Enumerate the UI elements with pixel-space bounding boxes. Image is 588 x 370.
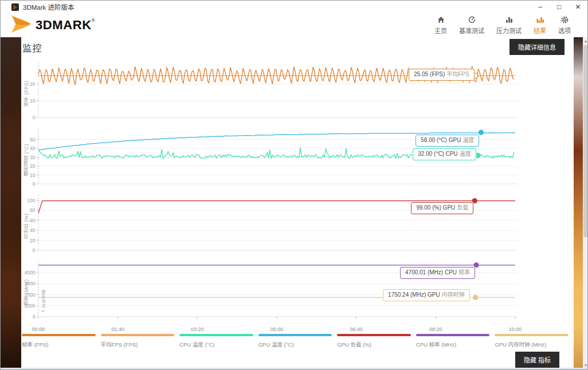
chart-gpu-load: 020406080100百分比 (%)99.00 (%) GPU负载 — [21, 193, 574, 259]
legend-item: GPU 温度 (°C) — [258, 334, 332, 352]
app-logo-icon — [11, 3, 19, 11]
annotation-badge: 4700.01 (MHz) CPU频率 — [400, 267, 475, 279]
nav-item-results-bars[interactable]: 结果 — [534, 15, 546, 35]
y-tick-label: 40 — [30, 227, 36, 233]
brand-logo: 3DMARK® — [10, 14, 95, 36]
legend-label: 帧率 (FPS) — [22, 340, 96, 348]
chart-plot-fps: 01020 — [21, 60, 574, 127]
y-tick-label: 60 — [30, 218, 36, 223]
benchmark-gauge-icon — [468, 15, 476, 24]
results-bars-icon — [536, 15, 544, 24]
legend: 帧率 (FPS)平均FPS (FPS)CPU 温度 (°C)GPU 温度 (°C… — [21, 334, 574, 352]
chart-plot-frequency: 01000200030004000 — [21, 259, 574, 326]
legend-label: GPU 内存时钟 (MHz) — [495, 340, 569, 348]
nav-item-label: 主页 — [434, 26, 447, 35]
legend-color-bar — [258, 334, 332, 336]
window-bottom-edge — [1, 368, 587, 369]
x-tick-label: 00:00 — [32, 326, 45, 332]
legend-item: 平均FPS (FPS) — [101, 334, 175, 352]
nav-item-stress-test-bars[interactable]: 压力测试 — [496, 15, 522, 35]
legend-color-bar — [337, 334, 411, 336]
legend-item: CPU 温度 (°C) — [179, 334, 253, 352]
hide-metrics-button[interactable]: 隐藏 指标 — [515, 352, 559, 368]
y-tick-label: 50 — [30, 137, 36, 143]
title-bar: 3DMark 进阶版本 – □ ✕ — [1, 1, 587, 13]
flame-logo-icon — [10, 14, 34, 36]
monitoring-panel: 监控 隐藏详细信息 01020帧率 (FPS)25.05 (FPS)平均FPS0… — [21, 37, 574, 370]
y-tick-label: 30 — [30, 155, 36, 160]
maximize-button[interactable]: □ — [550, 1, 569, 13]
nav-item-home[interactable]: 主页 — [434, 15, 447, 35]
x-tick-label: 06:40 — [350, 326, 363, 332]
y-tick-label: 20 — [30, 238, 36, 243]
main-nav: 主页基准测试压力测试结果选项 — [434, 15, 571, 35]
charts: 01020帧率 (FPS)25.05 (FPS)平均FPS01020304050… — [21, 60, 574, 326]
legend-item: GPU 内存时钟 (MHz) — [495, 334, 569, 352]
event-marker-label: 图形测试 1 — [40, 290, 46, 313]
legend-color-bar — [179, 334, 253, 336]
background-art-right — [574, 37, 583, 369]
scrollbar-up-icon[interactable]: ▲ — [583, 38, 588, 45]
legend-color-bar — [22, 334, 96, 336]
legend-color-bar — [101, 334, 175, 336]
scrollbar[interactable]: ▲ ▼ — [583, 37, 588, 369]
y-axis-title: 摄氏温度 (°C) — [23, 127, 30, 193]
x-tick-label: 05:00 — [271, 326, 284, 332]
y-tick-label: 0 — [33, 115, 36, 120]
legend-item: GPU 负载 (%) — [337, 334, 411, 352]
page-title: 监控 — [22, 41, 42, 54]
y-tick-label: 80 — [30, 207, 36, 213]
annotation-badge: 25.05 (FPS)平均FPS — [409, 69, 474, 81]
nav-item-label: 压力测试 — [496, 26, 522, 35]
legend-item: 帧率 (FPS) — [22, 334, 96, 352]
legend-item: CPU 频率 (MHz) — [416, 334, 490, 352]
legend-label: GPU 温度 (°C) — [258, 340, 332, 348]
background-art-left — [1, 37, 21, 369]
y-tick-label: 10 — [30, 172, 36, 178]
legend-label: CPU 频率 (MHz) — [416, 340, 490, 348]
x-tick-label: 10:00 — [509, 326, 522, 332]
legend-label: 平均FPS (FPS) — [101, 340, 175, 348]
panel-header: 监控 隐藏详细信息 — [21, 37, 574, 59]
y-tick-label: 0 — [33, 181, 36, 187]
app-window: 3DMark 进阶版本 – □ ✕ 3DMARK® 主页基准测试压力测试结果选项 — [0, 0, 588, 370]
legend-label: CPU 温度 (°C) — [179, 340, 253, 348]
y-axis-title: 频率 (MHz) — [23, 259, 30, 326]
scrollbar-thumb[interactable] — [583, 45, 588, 237]
nav-item-label: 选项 — [558, 26, 571, 35]
hide-details-button[interactable]: 隐藏详细信息 — [509, 39, 565, 55]
annotation-badge: 32.00 (°C) CPU温度 — [413, 148, 476, 160]
y-axis-title: 帧率 (FPS) — [23, 60, 30, 127]
content-area: 监控 隐藏详细信息 01020帧率 (FPS)25.05 (FPS)平均FPS0… — [1, 37, 587, 369]
y-axis-title: 百分比 (%) — [23, 193, 30, 259]
nav-item-label: 基准测试 — [459, 26, 484, 35]
x-tick-label: 08:20 — [429, 326, 442, 332]
registered-mark: ® — [92, 18, 95, 23]
legend-color-bar — [416, 334, 490, 336]
legend-color-bar — [495, 334, 569, 336]
minimize-button[interactable]: – — [531, 1, 550, 13]
nav-item-options-gear[interactable]: 选项 — [558, 15, 571, 35]
annotation-marker-dot — [479, 130, 484, 135]
annotation-badge: 99.00 (%) GPU负载 — [411, 202, 473, 214]
x-tick-label: 01:40 — [111, 326, 124, 332]
y-tick-label: 10 — [30, 98, 36, 104]
close-button[interactable]: ✕ — [569, 1, 587, 13]
nav-item-benchmark-gauge[interactable]: 基准测试 — [459, 15, 484, 35]
chart-temperature: 01020304050摄氏温度 (°C)58.00 (°C) GPU温度32.0… — [21, 127, 574, 193]
nav-item-label: 结果 — [534, 26, 546, 35]
annotation-badge: 1750.24 (MHz) GPU内存时钟 — [383, 289, 470, 301]
stress-test-bars-icon — [505, 15, 513, 24]
annotation-badge: 58.00 (°C) GPU温度 — [415, 135, 479, 147]
options-gear-icon — [560, 15, 569, 24]
home-icon — [437, 15, 445, 24]
y-tick-label: 20 — [30, 81, 36, 87]
window-controls: – □ ✕ — [531, 1, 587, 13]
chart-frequency: 01000200030004000频率 (MHz)4700.01 (MHz) C… — [21, 259, 574, 326]
window-title: 3DMark 进阶版本 — [23, 2, 74, 11]
chart-plot-gpu-load: 020406080100 — [21, 193, 574, 259]
chart-plot-temperature: 01020304050 — [21, 127, 574, 193]
toolbar: 3DMARK® 主页基准测试压力测试结果选项 — [1, 13, 587, 37]
y-tick-label: 0 — [33, 314, 36, 320]
y-tick-label: 0 — [33, 247, 36, 253]
